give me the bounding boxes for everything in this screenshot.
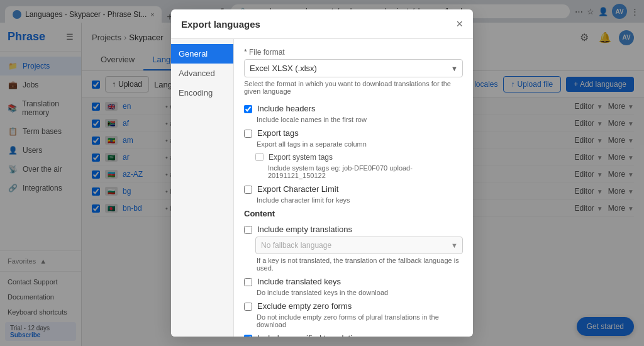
include-unverified-translations-checkbox[interactable] [244, 335, 252, 337]
include-headers-hint: Include locale names in the first row [257, 116, 463, 123]
fallback-language-select[interactable]: No fallback language [255, 237, 463, 254]
modal-nav-encoding[interactable]: Encoding [171, 83, 233, 103]
modal-title: Export languages [181, 19, 260, 30]
include-empty-translations-label: Include empty translations [257, 225, 352, 234]
export-languages-modal: Export languages × General Advanced Enco… [171, 9, 473, 337]
export-system-tags-hint: Include system tags eg: job-DFE0F070 upl… [268, 164, 463, 179]
export-tags-checkbox[interactable] [244, 130, 252, 138]
exclude-empty-zero-forms-hint: Do not include empty zero forms of plura… [257, 313, 463, 328]
export-system-tags-checkbox[interactable] [255, 153, 264, 161]
fallback-language-row: No fallback language ▼ [255, 237, 463, 254]
export-char-limit-hint: Include character limit for keys [257, 196, 463, 204]
export-system-tags-row: Export system tags [255, 153, 463, 162]
include-unverified-translations-label: Include unverified translations [257, 333, 365, 337]
exclude-empty-zero-forms-checkbox[interactable] [244, 303, 252, 311]
export-tags-label: Export tags [257, 128, 299, 138]
content-section-title: Content [244, 209, 463, 218]
file-format-group: * File format Excel XLSX (.xlsx) JSON YA… [244, 48, 463, 95]
exclude-empty-zero-forms-row: Exclude empty zero forms [244, 301, 463, 311]
modal-nav-advanced[interactable]: Advanced [171, 64, 233, 83]
file-format-select[interactable]: Excel XLSX (.xlsx) JSON YAML [244, 59, 463, 77]
file-format-label-text: * File format [244, 48, 285, 57]
exclude-empty-zero-forms-label: Exclude empty zero forms [257, 301, 352, 311]
fallback-hint: If a key is not translated, the translat… [257, 257, 463, 272]
include-headers-label: Include headers [257, 104, 316, 113]
modal-body: General Advanced Encoding * File format … [171, 39, 473, 337]
export-char-limit-label: Export Character Limit [257, 184, 338, 194]
modal-main-content: * File format Excel XLSX (.xlsx) JSON YA… [234, 39, 473, 337]
export-tags-row: Export tags [244, 128, 463, 138]
include-translated-keys-label: Include translated keys [257, 277, 341, 286]
modal-close-button[interactable]: × [456, 18, 463, 30]
include-headers-checkbox[interactable] [244, 105, 252, 113]
file-format-select-wrapper: Excel XLSX (.xlsx) JSON YAML ▼ [244, 59, 463, 77]
file-format-label: * File format [244, 48, 463, 57]
export-tags-hint: Export all tags in a separate column [257, 140, 463, 148]
include-unverified-translations-row: Include unverified translations [244, 333, 463, 337]
export-char-limit-checkbox[interactable] [244, 186, 252, 194]
export-system-tags-label: Export system tags [269, 153, 333, 162]
modal-overlay[interactable]: Export languages × General Advanced Enco… [0, 0, 644, 346]
include-translated-keys-checkbox[interactable] [244, 278, 252, 286]
modal-header: Export languages × [171, 9, 473, 39]
include-translated-keys-hint: Do include translated keys in the downlo… [257, 289, 463, 296]
modal-nav-general[interactable]: General [171, 44, 233, 64]
include-headers-row: Include headers [244, 104, 463, 113]
modal-sidebar: General Advanced Encoding [171, 39, 234, 337]
include-translated-keys-row: Include translated keys [244, 277, 463, 286]
export-char-limit-row: Export Character Limit [244, 184, 463, 194]
file-format-hint: Select the format in which you want to d… [244, 80, 463, 95]
include-empty-translations-checkbox[interactable] [244, 226, 252, 234]
include-empty-translations-row: Include empty translations [244, 225, 463, 234]
